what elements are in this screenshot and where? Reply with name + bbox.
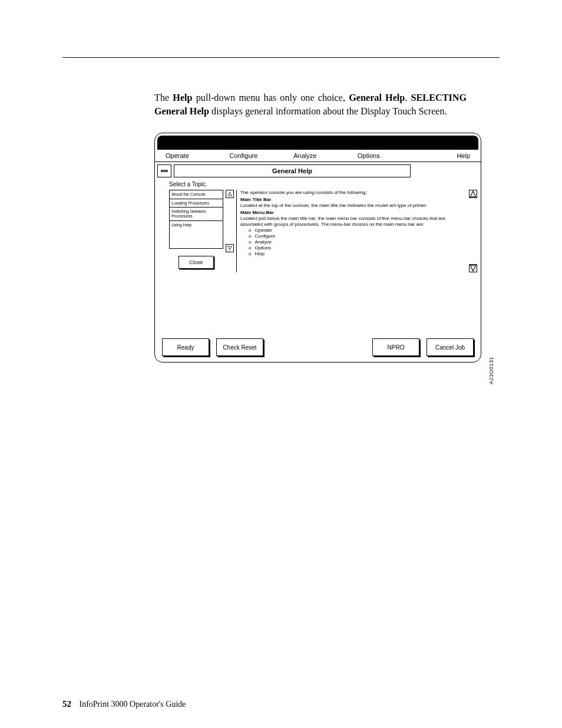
- menu-analyze[interactable]: Analyze: [293, 152, 358, 159]
- text: Located just below the main title bar, t…: [240, 216, 467, 228]
- list-item: Configure: [249, 233, 467, 239]
- list-item: Analyze: [249, 239, 467, 245]
- text: .: [405, 93, 411, 103]
- list-item[interactable]: About the Console: [170, 190, 223, 199]
- npro-button[interactable]: NPRO: [372, 338, 419, 356]
- spacer: [270, 338, 365, 356]
- cancel-job-button[interactable]: Cancel Job: [427, 338, 474, 356]
- svg-marker-3: [470, 265, 476, 271]
- check-reset-button[interactable]: Check Reset: [216, 338, 263, 356]
- figure-id: A23O0131: [488, 357, 494, 384]
- list-item: Operate: [249, 228, 467, 233]
- ready-button[interactable]: Ready: [162, 338, 209, 356]
- page-number: 52: [62, 699, 71, 709]
- list-item[interactable]: Switching between Procedures: [170, 207, 223, 220]
- text: displays general information about the D…: [209, 106, 447, 117]
- list-item[interactable]: Locating Procedures: [170, 199, 223, 208]
- scroll-down-icon[interactable]: [469, 264, 477, 272]
- text: pull-down menu has only one choice,: [193, 93, 349, 103]
- bottom-button-row: Ready Check Reset NPRO Cancel Job: [155, 338, 481, 356]
- menu-help[interactable]: Help: [421, 152, 470, 159]
- main-title-bar: [157, 136, 478, 150]
- text: The: [154, 93, 173, 103]
- close-button[interactable]: Close: [178, 256, 214, 269]
- bold-help: Help: [173, 93, 192, 103]
- heading: Main Title Bar: [240, 197, 467, 203]
- topic-list[interactable]: About the Console Locating Procedures Sw…: [169, 190, 223, 249]
- list-item: Options: [249, 245, 467, 251]
- dialog-title: General Help: [174, 164, 411, 177]
- help-content: The operator console you are using consi…: [236, 190, 467, 272]
- svg-marker-0: [228, 192, 232, 196]
- select-topic-label: Select a Topic.: [169, 181, 481, 187]
- text: The operator console you are using consi…: [240, 190, 467, 196]
- list-item[interactable]: Using Help: [170, 221, 223, 229]
- menu-list: Operate Configure Analyze Options Help: [249, 228, 467, 257]
- header-rule: [62, 57, 500, 58]
- svg-marker-2: [470, 191, 476, 197]
- text: Located at the top of the console, the m…: [240, 203, 467, 209]
- menu-configure[interactable]: Configure: [230, 152, 294, 159]
- paragraph: The Help pull-down menu has only one cho…: [154, 91, 467, 118]
- main-menu-bar[interactable]: Operate Configure Analyze Options Help: [155, 150, 481, 162]
- page-footer: 52 InfoPrint 3000 Operator's Guide: [62, 699, 186, 709]
- scroll-up-icon[interactable]: [226, 190, 234, 198]
- heading: Main Menu Bar: [240, 210, 467, 216]
- topic-column: About the Console Locating Procedures Sw…: [169, 190, 223, 272]
- scroll-up-icon[interactable]: [469, 190, 477, 198]
- figure: A23O0131 Operate Configure Analyze Optio…: [154, 133, 481, 363]
- topic-scrollbar[interactable]: [226, 190, 234, 252]
- doc-title: InfoPrint 3000 Operator's Guide: [80, 700, 186, 709]
- scroll-down-icon[interactable]: [226, 244, 234, 252]
- svg-marker-1: [228, 246, 232, 250]
- system-menu-icon[interactable]: [157, 164, 171, 177]
- dialog-body: About the Console Locating Procedures Sw…: [158, 190, 477, 272]
- dialog-title-row: General Help: [157, 164, 411, 177]
- content-scrollbar[interactable]: [469, 190, 477, 272]
- bold-general-help: General Help: [349, 93, 405, 103]
- console-window: Operate Configure Analyze Options Help G…: [154, 133, 481, 363]
- menu-operate[interactable]: Operate: [166, 152, 230, 159]
- menu-options[interactable]: Options: [358, 152, 422, 159]
- list-item: Help: [249, 251, 467, 257]
